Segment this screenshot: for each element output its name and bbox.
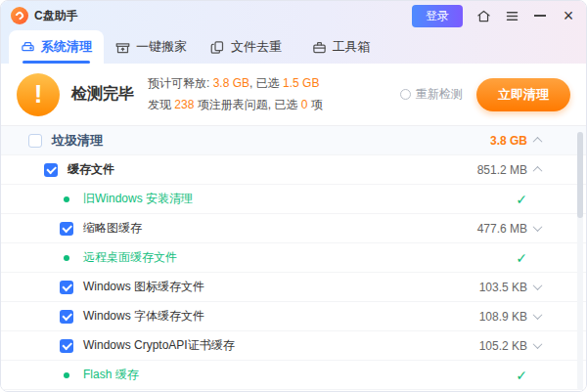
chevron-down-icon[interactable] bbox=[527, 313, 547, 320]
releasable-size: 3.8 GB bbox=[213, 76, 249, 90]
tab-one-key-move[interactable]: 一键搬家 bbox=[104, 30, 199, 64]
green-dot-icon bbox=[64, 255, 69, 261]
tab-label: 工具箱 bbox=[333, 38, 371, 56]
item-label: Windows CryptoAPI证书缓存 bbox=[83, 337, 235, 354]
group-label: 垃圾清理 bbox=[52, 132, 103, 150]
list-item-cleaned[interactable]: Flash 缓存 ✓ bbox=[1, 361, 586, 390]
item-label: 远程桌面缓存文件 bbox=[83, 249, 177, 266]
section-label: 缓存文件 bbox=[68, 161, 114, 178]
tab-toolbox[interactable]: 工具箱 bbox=[294, 30, 388, 64]
app-logo-icon bbox=[11, 7, 28, 24]
green-dot-icon bbox=[64, 372, 69, 378]
scrollbar-thumb[interactable] bbox=[577, 132, 583, 218]
login-button[interactable]: 登录 bbox=[412, 5, 463, 27]
list-item-cleaned[interactable]: 远程桌面缓存文件 ✓ bbox=[1, 243, 586, 273]
list-item[interactable]: Windows 字体缓存文件 108.9 KB bbox=[1, 302, 586, 331]
disk-icon bbox=[21, 40, 35, 55]
scan-summary: 预计可释放: 3.8 GB, 已选 1.5 GB 发现 238 项注册表问题, … bbox=[148, 75, 323, 113]
chevron-down-icon[interactable] bbox=[527, 342, 547, 349]
tab-label: 文件去重 bbox=[231, 38, 282, 56]
app-title: C盘助手 bbox=[34, 8, 78, 24]
titlebar: C盘助手 登录 × bbox=[1, 1, 586, 30]
item-size: 477.6 MB bbox=[455, 222, 527, 236]
item-label: Windows 图标缓存文件 bbox=[83, 279, 204, 295]
tab-label: 系统清理 bbox=[41, 38, 92, 56]
scan-status-title: 检测完毕 bbox=[71, 84, 134, 105]
menu-icon[interactable] bbox=[504, 8, 519, 23]
registry-issue-count: 238 bbox=[174, 98, 194, 111]
section-size: 851.2 MB bbox=[455, 163, 527, 177]
item-label: Windows 字体缓存文件 bbox=[83, 308, 204, 325]
group-size: 3.8 GB bbox=[455, 134, 527, 148]
item-label: 旧Windows 安装清理 bbox=[83, 191, 193, 207]
scan-status-panel: ! 检测完毕 预计可释放: 3.8 GB, 已选 1.5 GB 发现 238 项… bbox=[1, 64, 586, 126]
tab-file-dedupe[interactable]: 文件去重 bbox=[199, 30, 294, 64]
tab-label: 一键搬家 bbox=[136, 38, 187, 56]
checkbox-checked[interactable] bbox=[60, 281, 73, 294]
app-window: C盘助手 登录 × 系统清理 一键搬家 bbox=[0, 0, 587, 392]
selected-size: 1.5 GB bbox=[283, 76, 319, 90]
item-label: Flash 缓存 bbox=[83, 367, 139, 383]
warning-icon: ! bbox=[17, 73, 60, 116]
minimize-icon[interactable] bbox=[532, 8, 548, 23]
green-dot-icon bbox=[64, 196, 69, 202]
item-size: 108.9 KB bbox=[455, 310, 527, 324]
item-size: 103.5 KB bbox=[455, 281, 527, 294]
item-label: 缩略图缓存 bbox=[83, 220, 142, 237]
list-item[interactable]: 缩略图缓存 477.6 MB bbox=[1, 214, 586, 243]
chevron-down-icon[interactable] bbox=[527, 225, 547, 232]
documents-icon bbox=[210, 40, 225, 55]
tab-bar: 系统清理 一键搬家 文件去重 工具箱 bbox=[1, 30, 586, 64]
chevron-down-icon[interactable] bbox=[527, 283, 547, 290]
clean-now-button[interactable]: 立即清理 bbox=[476, 78, 570, 111]
tab-system-clean[interactable]: 系统清理 bbox=[9, 30, 104, 64]
close-icon[interactable]: × bbox=[561, 8, 576, 23]
scrollbar[interactable] bbox=[577, 132, 583, 390]
check-icon: ✓ bbox=[455, 192, 527, 207]
refresh-icon bbox=[400, 89, 411, 100]
list-item-cleaned[interactable]: 旧Windows 安装清理 ✓ bbox=[1, 185, 586, 214]
checkbox-checked[interactable] bbox=[60, 310, 73, 324]
checkbox-checked[interactable] bbox=[60, 222, 73, 236]
toolbox-icon bbox=[312, 40, 327, 55]
summary-line-space: 预计可释放: 3.8 GB, 已选 1.5 GB bbox=[148, 75, 323, 92]
checkbox-checked[interactable] bbox=[60, 339, 73, 353]
home-icon[interactable] bbox=[475, 8, 491, 23]
move-box-icon bbox=[115, 40, 130, 55]
check-icon: ✓ bbox=[455, 368, 527, 383]
checkbox[interactable] bbox=[28, 134, 42, 148]
list-section-cache-files[interactable]: 缓存文件 851.2 MB bbox=[1, 155, 586, 185]
item-size: 105.2 KB bbox=[455, 339, 527, 353]
chevron-up-icon[interactable] bbox=[527, 137, 547, 144]
list-item[interactable]: Windows 图标缓存文件 103.5 KB bbox=[1, 273, 586, 302]
recheck-button[interactable]: 重新检测 bbox=[400, 86, 463, 103]
chevron-up-icon[interactable] bbox=[527, 166, 547, 173]
window-header: C盘助手 登录 × 系统清理 一键搬家 bbox=[1, 1, 586, 64]
list-item[interactable]: Windows CryptoAPI证书缓存 105.2 KB bbox=[1, 331, 586, 361]
list-group-junk-cleanup[interactable]: 垃圾清理 3.8 GB bbox=[1, 126, 586, 155]
checkbox-checked[interactable] bbox=[44, 163, 58, 177]
main-content: ! 检测完毕 预计可释放: 3.8 GB, 已选 1.5 GB 发现 238 项… bbox=[1, 64, 586, 392]
cleanup-list: 垃圾清理 3.8 GB 缓存文件 851.2 MB 旧Windows 安装清理 … bbox=[1, 126, 586, 390]
check-icon: ✓ bbox=[455, 250, 527, 266]
summary-line-registry: 发现 238 项注册表问题, 已选 0 项 bbox=[148, 97, 323, 113]
